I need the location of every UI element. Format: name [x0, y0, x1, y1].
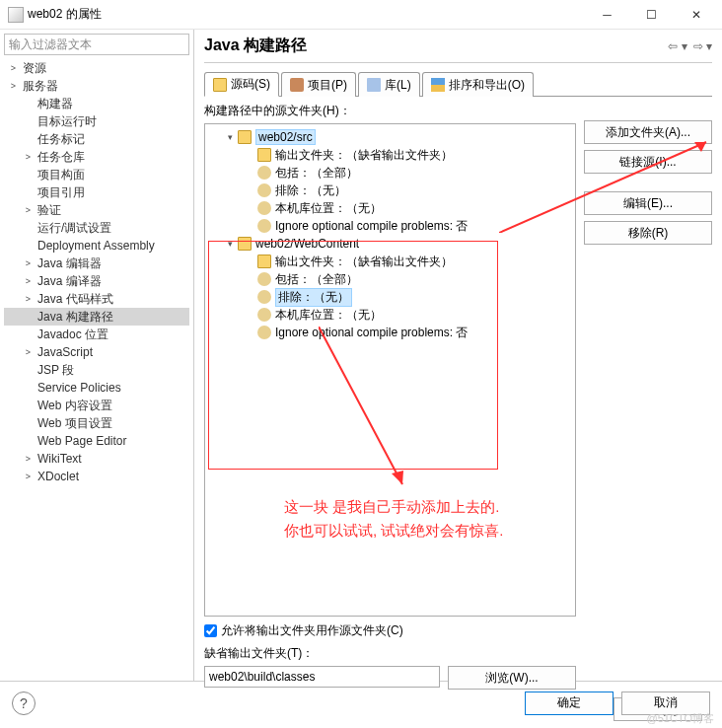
tab[interactable]: 项目(P) [281, 72, 356, 97]
tab[interactable]: 源码(S) [204, 72, 279, 97]
sidebar-item-label: 服务器 [23, 78, 58, 95]
tree-row[interactable]: 包括：（全部） [209, 164, 571, 182]
tree-label: 输出文件夹：（缺省输出文件夹） [275, 254, 453, 270]
tree-row[interactable]: ▾web02/src [209, 128, 571, 146]
tab-icon [431, 78, 445, 92]
sidebar-item[interactable]: Web 内容设置 [4, 397, 189, 414]
folder-icon [238, 130, 252, 144]
sidebar-item[interactable]: 运行/调试设置 [4, 219, 189, 237]
edit-button[interactable]: 编辑(E)... [584, 191, 712, 215]
sidebar-item-label: 验证 [37, 202, 61, 219]
sidebar-item[interactable]: 目标运行时 [4, 112, 189, 130]
expander-icon[interactable]: > [23, 152, 34, 163]
expander-icon[interactable]: > [23, 294, 34, 305]
sidebar-item[interactable]: >JavaScript [4, 343, 189, 361]
source-folder-tree[interactable]: ▾web02/src输出文件夹：（缺省输出文件夹）包括：（全部）排除：（无）本机… [204, 123, 576, 617]
tab-bar: 源码(S)项目(P)库(L)排序和导出(O) [204, 71, 712, 97]
tree-label: 排除：（无） [275, 288, 352, 307]
source-folders-label: 构建路径中的源文件夹(H)： [204, 103, 576, 119]
sidebar-item[interactable]: >资源 [4, 59, 189, 77]
property-icon [257, 308, 271, 322]
category-tree[interactable]: >资源>服务器构建器目标运行时任务标记>任务仓库项目构面项目引用>验证运行/调试… [4, 55, 189, 677]
sidebar-item-label: Java 构建路径 [37, 309, 113, 326]
help-icon[interactable]: ? [12, 692, 36, 715]
sidebar-item[interactable]: 项目引用 [4, 183, 189, 201]
sidebar-item-label: 任务标记 [37, 131, 85, 148]
tree-label: 本机库位置：（无） [275, 307, 382, 324]
sidebar-item-label: 运行/调试设置 [37, 220, 111, 237]
minimize-button[interactable]: ─ [585, 1, 629, 29]
sidebar-item[interactable]: JSP 段 [4, 361, 189, 379]
add-folder-button[interactable]: 添加文件夹(A)... [584, 120, 712, 144]
browse-button[interactable]: 浏览(W)... [448, 666, 576, 690]
tree-row[interactable]: Ignore optional compile problems: 否 [209, 217, 571, 235]
sidebar-item-label: WikiText [37, 452, 82, 466]
ok-button[interactable]: 确定 [525, 692, 614, 715]
sidebar-item-label: Java 代码样式 [37, 291, 113, 308]
sidebar-item[interactable]: Web 项目设置 [4, 414, 189, 432]
tree-row[interactable]: 本机库位置：（无） [209, 306, 571, 324]
sidebar-item-label: 目标运行时 [37, 113, 97, 130]
sidebar-item[interactable]: >XDoclet [4, 468, 189, 485]
sidebar-item-label: 构建器 [37, 96, 73, 112]
sidebar-item[interactable]: >Java 代码样式 [4, 290, 189, 308]
sidebar-item[interactable]: Javadoc 位置 [4, 326, 189, 343]
filter-input[interactable]: 输入过滤器文本 [4, 34, 189, 55]
sidebar-item[interactable]: >服务器 [4, 77, 189, 95]
expander-icon[interactable]: > [23, 347, 34, 358]
forward-icon[interactable]: ⇨ ▾ [693, 39, 712, 53]
maximize-button[interactable]: ☐ [629, 1, 674, 29]
tree-row[interactable]: Ignore optional compile problems: 否 [209, 324, 571, 341]
sidebar-item-label: Java 编译器 [37, 273, 102, 290]
tree-row[interactable]: 包括：（全部） [209, 270, 571, 288]
expander-icon[interactable]: > [23, 205, 34, 216]
back-icon[interactable]: ⇦ ▾ [668, 39, 686, 53]
tree-row[interactable]: 排除：（无） [209, 182, 571, 199]
remove-button[interactable]: 移除(R) [584, 221, 712, 245]
sidebar-item[interactable]: 项目构面 [4, 166, 189, 183]
tree-row[interactable]: 输出文件夹：（缺省输出文件夹） [209, 146, 571, 164]
tab-icon [290, 78, 304, 92]
sidebar-item[interactable]: Deployment Assembly [4, 237, 189, 255]
link-source-button[interactable]: 链接源(I)... [584, 150, 712, 174]
tab[interactable]: 库(L) [358, 72, 420, 97]
sidebar-item[interactable]: Web Page Editor [4, 432, 189, 450]
sidebar-item-label: 资源 [23, 60, 46, 77]
expander-icon[interactable]: ▾ [225, 132, 236, 142]
close-button[interactable]: ✕ [674, 1, 718, 29]
expander-icon[interactable]: > [8, 63, 19, 74]
sidebar-item[interactable]: 任务标记 [4, 130, 189, 148]
tree-label: web02/src [255, 129, 316, 145]
expander-icon[interactable]: > [23, 276, 34, 287]
tree-label: web02/WebContent [255, 237, 359, 251]
sidebar-item-label: XDoclet [37, 470, 79, 483]
sidebar-item[interactable]: >Java 编辑器 [4, 255, 189, 272]
sidebar-item[interactable]: >验证 [4, 201, 189, 219]
allow-output-checkbox[interactable] [204, 624, 217, 637]
tree-row[interactable]: 本机库位置：（无） [209, 199, 571, 217]
allow-output-as-source-check[interactable]: 允许将输出文件夹用作源文件夹(C) [204, 622, 576, 639]
tree-row[interactable]: 输出文件夹：（缺省输出文件夹） [209, 253, 571, 270]
expander-icon[interactable]: > [23, 258, 34, 269]
tree-row[interactable]: ▾web02/WebContent [209, 235, 571, 253]
expander-icon[interactable]: > [23, 454, 34, 465]
tab[interactable]: 排序和导出(O) [422, 72, 534, 97]
tree-label: 输出文件夹：（缺省输出文件夹） [275, 147, 453, 164]
property-icon [257, 272, 271, 286]
tree-row[interactable]: 排除：（无） [209, 288, 571, 306]
sidebar-item[interactable]: >Java 编译器 [4, 272, 189, 290]
default-output-label: 缺省输出文件夹(T)： [204, 645, 576, 662]
expander-icon[interactable]: > [23, 472, 34, 482]
sidebar-item[interactable]: Java 构建路径 [4, 308, 189, 326]
expander-icon[interactable]: ▾ [225, 239, 236, 249]
folder-icon [238, 237, 252, 251]
property-icon [257, 183, 271, 197]
expander-icon[interactable]: > [8, 81, 19, 92]
sidebar-item[interactable]: >任务仓库 [4, 148, 189, 166]
sidebar-item[interactable]: Service Policies [4, 379, 189, 397]
sidebar-item[interactable]: >WikiText [4, 450, 189, 468]
default-output-field[interactable] [204, 666, 440, 688]
sidebar-item[interactable]: 构建器 [4, 95, 189, 112]
sidebar-item-label: Deployment Assembly [37, 239, 155, 253]
nav-arrows[interactable]: ⇦ ▾ ⇨ ▾ [668, 39, 712, 53]
